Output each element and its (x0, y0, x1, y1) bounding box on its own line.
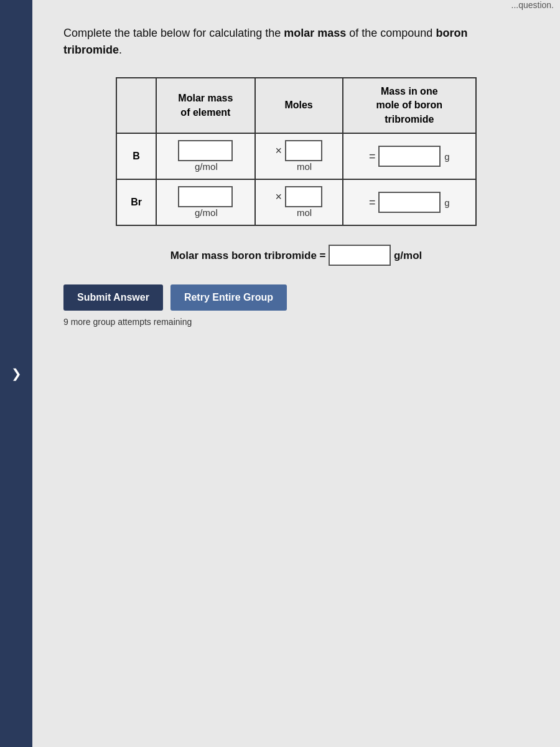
br-moles-input[interactable] (285, 186, 322, 207)
b-molar-mass-cell: g/mol (156, 133, 254, 179)
br-mass-cell: = g (343, 179, 476, 225)
b-molar-unit: g/mol (195, 161, 218, 172)
table-row-boron: B g/mol × mol = g (116, 133, 476, 179)
b-moles-cell: × mol (255, 133, 343, 179)
br-moles-cell: × mol (255, 179, 343, 225)
left-navigation-bar: ❯ (0, 0, 32, 747)
br-mass-input[interactable] (378, 192, 441, 213)
expand-arrow-button[interactable]: ❯ (11, 366, 22, 381)
instruction-suffix: . (119, 44, 122, 56)
b-molar-mass-input[interactable] (178, 140, 233, 161)
table-row-bromine: Br g/mol × mol = g (116, 179, 476, 225)
molar-mass-total-input[interactable] (329, 245, 391, 266)
top-partial-text: ...question. (511, 0, 554, 10)
br-molar-mass-input[interactable] (178, 186, 233, 207)
b-operator2: = (369, 150, 376, 162)
molar-mass-result-unit: g/mol (394, 250, 422, 261)
br-molar-unit: g/mol (195, 207, 218, 218)
br-operator2: = (369, 196, 376, 209)
main-content-area: ...question. Complete the table below fo… (32, 0, 560, 747)
col-moles-header: Moles (255, 78, 343, 133)
retry-entire-group-button[interactable]: Retry Entire Group (170, 284, 287, 311)
instruction-text: Complete the table below for calculating… (63, 25, 529, 59)
calculation-table: Molar mass of element Moles Mass in one … (116, 77, 477, 226)
b-moles-input[interactable] (285, 140, 322, 161)
col-molar-mass-header: Molar mass of element (156, 78, 254, 133)
b-mass-unit: g (444, 151, 449, 162)
action-buttons-row: Submit Answer Retry Entire Group (63, 284, 529, 311)
instruction-bold1: molar mass (284, 27, 346, 39)
col-mass-header: Mass in one mole of boron tribromide (343, 78, 476, 133)
br-moles-unit: mol (297, 207, 312, 218)
b-operator1: × (276, 144, 282, 157)
element-br-label: Br (116, 179, 156, 225)
b-mass-input[interactable] (378, 146, 441, 167)
instruction-prefix: Complete the table below for calculating… (63, 27, 284, 39)
submit-answer-button[interactable]: Submit Answer (63, 284, 163, 311)
br-molar-mass-cell: g/mol (156, 179, 254, 225)
br-operator1: × (276, 190, 282, 203)
br-mass-unit: g (444, 197, 449, 208)
b-moles-unit: mol (297, 161, 312, 172)
molar-mass-result-row: Molar mass boron tribromide = g/mol (63, 245, 529, 266)
molar-mass-result-label: Molar mass boron tribromide = (170, 250, 326, 261)
col-element-header (116, 78, 156, 133)
instruction-middle: of the compound (346, 27, 436, 39)
b-mass-cell: = g (343, 133, 476, 179)
element-b-label: B (116, 133, 156, 179)
attempts-remaining-text: 9 more group attempts remaining (63, 317, 529, 327)
